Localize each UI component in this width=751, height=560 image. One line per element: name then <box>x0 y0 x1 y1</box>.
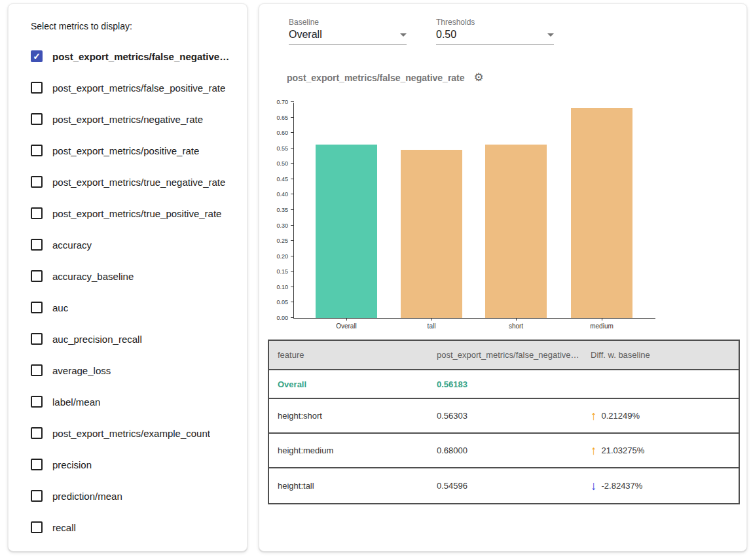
y-axis-tick-mark <box>291 117 294 118</box>
checkbox-unchecked-icon[interactable] <box>31 333 43 345</box>
y-axis-tick-mark <box>291 225 294 226</box>
bar-chart: 0.000.050.100.150.200.250.300.350.400.45… <box>293 103 655 319</box>
y-axis-tick-label: 0.15 <box>262 268 288 275</box>
metric-checkbox-item[interactable]: post_export_metrics/negative_rate <box>31 103 234 135</box>
metric-value-cell: 0.68000 <box>428 446 582 455</box>
y-axis-tick-label: 0.60 <box>262 130 288 136</box>
diff-percentage: 21.03275% <box>602 446 645 455</box>
y-axis-tick-label: 0.70 <box>262 99 288 105</box>
checkbox-unchecked-icon[interactable] <box>31 427 43 439</box>
x-axis-tick-label: short <box>509 323 523 330</box>
arrow-down-icon: ↓ <box>591 480 597 492</box>
y-axis-tick-mark <box>291 240 294 241</box>
metric-label: post_export_metrics/false_positive_rate <box>52 82 225 94</box>
metric-label: post_export_metrics/true_negative_rate <box>52 177 225 188</box>
metric-label: label/mean <box>52 396 100 408</box>
checkbox-unchecked-icon[interactable] <box>31 521 43 533</box>
x-axis-tick-mark <box>516 318 517 321</box>
feature-cell: height:short <box>269 411 428 421</box>
chevron-down-icon <box>547 33 554 37</box>
metric-label: accuracy <box>52 239 92 251</box>
metric-value-cell: 0.54596 <box>428 481 582 491</box>
y-axis-tick-mark <box>291 302 294 302</box>
metric-checkbox-item[interactable]: ✓post_export_metrics/false_negative_r... <box>31 41 234 72</box>
checkbox-unchecked-icon[interactable] <box>31 490 43 502</box>
table-header-metric: post_export_metrics/false_negative_rat..… <box>428 350 582 360</box>
x-axis-tick-mark <box>602 318 602 321</box>
bar-Overall[interactable] <box>316 145 377 318</box>
metric-checkbox-item[interactable]: accuracy_baseline <box>31 260 234 292</box>
y-axis-tick-label: 0.65 <box>262 114 288 121</box>
baseline-select[interactable]: Baseline Overall <box>289 18 407 45</box>
metric-label: recall <box>52 522 76 533</box>
table-row: height:tall0.54596↓-2.82437% <box>269 468 739 503</box>
checkbox-unchecked-icon[interactable] <box>31 82 43 94</box>
metrics-list: ✓post_export_metrics/false_negative_r...… <box>31 41 234 543</box>
diff-cell: ↑21.03275% <box>582 444 739 457</box>
checkbox-unchecked-icon[interactable] <box>31 270 43 282</box>
diff-cell: ↓-2.82437% <box>582 480 739 492</box>
bar-short[interactable] <box>485 145 547 318</box>
bar-tall[interactable] <box>401 150 462 318</box>
table-body: Overall0.56183height:short0.56303↑0.2124… <box>269 370 739 503</box>
chart-title: post_export_metrics/false_negative_rate <box>287 73 465 83</box>
y-axis-tick-label: 0.45 <box>262 176 288 183</box>
y-axis-tick-label: 0.40 <box>262 191 288 198</box>
metric-checkbox-item[interactable]: auc <box>31 292 234 323</box>
feature-cell: Overall <box>269 379 428 389</box>
metric-checkbox-item[interactable]: post_export_metrics/positive_rate <box>31 135 234 166</box>
y-axis-tick-mark <box>291 132 294 133</box>
thresholds-select-label: Thresholds <box>436 18 554 27</box>
thresholds-select[interactable]: Thresholds 0.50 <box>436 18 554 45</box>
settings-gear-icon[interactable]: ⚙ <box>474 72 484 83</box>
table-row: height:short0.56303↑0.21249% <box>269 399 739 434</box>
metric-label: post_export_metrics/positive_rate <box>52 145 199 156</box>
metric-checkbox-item[interactable]: accuracy <box>31 229 234 260</box>
checkbox-unchecked-icon[interactable] <box>31 459 43 470</box>
checkbox-unchecked-icon[interactable] <box>31 239 43 251</box>
checkbox-unchecked-icon[interactable] <box>31 364 43 376</box>
metric-picker-panel: Select metrics to display: ✓post_export_… <box>8 3 247 551</box>
checkbox-unchecked-icon[interactable] <box>31 302 43 313</box>
chevron-down-icon <box>400 33 407 37</box>
arrow-up-icon: ↑ <box>591 444 597 457</box>
baseline-select-value: Overall <box>289 29 322 41</box>
metric-checkbox-item[interactable]: average_loss <box>31 355 234 386</box>
y-axis-tick-mark <box>291 256 294 256</box>
metric-checkbox-item[interactable]: auc_precision_recall <box>31 323 234 355</box>
feature-cell: height:tall <box>269 481 428 491</box>
checkbox-unchecked-icon[interactable] <box>31 145 43 156</box>
y-axis-tick-mark <box>291 194 294 194</box>
metric-label: post_export_metrics/example_count <box>52 428 210 439</box>
y-axis-tick-label: 0.35 <box>262 207 288 213</box>
y-axis-tick-label: 0.05 <box>262 299 288 306</box>
metric-label: precision <box>52 459 92 470</box>
y-axis-tick-mark <box>291 148 294 149</box>
checkbox-unchecked-icon[interactable] <box>31 207 43 219</box>
y-axis-tick-label: 0.50 <box>262 160 288 167</box>
metric-checkbox-item[interactable]: post_export_metrics/true_positive_rate <box>31 198 234 229</box>
bar-medium[interactable] <box>571 108 632 318</box>
metric-label: accuracy_baseline <box>52 271 134 282</box>
checkbox-unchecked-icon[interactable] <box>31 113 43 125</box>
metric-checkbox-item[interactable]: label/mean <box>31 386 234 417</box>
checkbox-unchecked-icon[interactable] <box>31 176 43 188</box>
checkbox-checked-icon[interactable]: ✓ <box>31 50 43 62</box>
table-header-row: feature post_export_metrics/false_negati… <box>269 341 739 370</box>
baseline-select-label: Baseline <box>289 18 407 27</box>
checkbox-unchecked-icon[interactable] <box>31 396 43 408</box>
metric-label: post_export_metrics/negative_rate <box>52 114 203 125</box>
table-header-diff: Diff. w. baseline <box>582 350 739 360</box>
metric-label: average_loss <box>52 365 111 376</box>
metric-label: auc_precision_recall <box>52 334 142 345</box>
metric-checkbox-item[interactable]: post_export_metrics/true_negative_rate <box>31 166 234 198</box>
metric-checkbox-item[interactable]: precision <box>31 449 234 480</box>
metric-checkbox-item[interactable]: recall <box>31 512 234 543</box>
metric-checkbox-item[interactable]: post_export_metrics/false_positive_rate <box>31 72 234 103</box>
metric-checkbox-item[interactable]: post_export_metrics/example_count <box>31 417 234 449</box>
x-axis-tick-mark <box>346 318 347 321</box>
y-axis-tick-mark <box>291 179 294 179</box>
metric-checkbox-item[interactable]: prediction/mean <box>31 480 234 512</box>
table-row: Overall0.56183 <box>269 370 739 399</box>
arrow-up-icon: ↑ <box>591 410 597 422</box>
